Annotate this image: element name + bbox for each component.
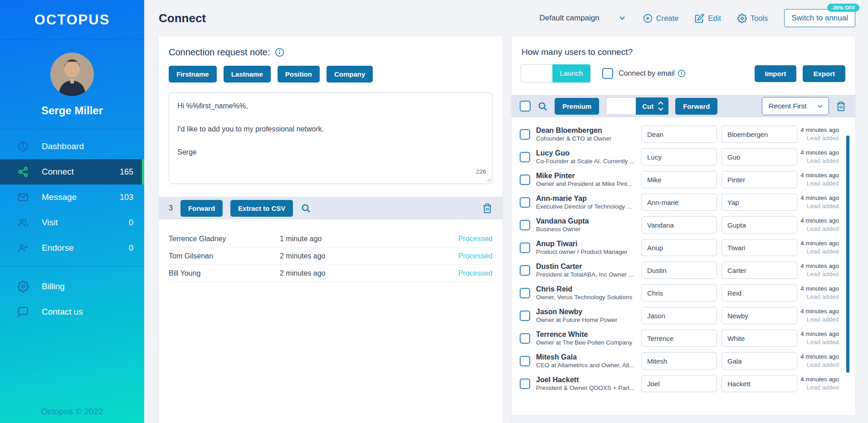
firstname-field[interactable] — [641, 171, 717, 188]
campaign-selector-value: Default campaign — [539, 14, 599, 23]
info-icon[interactable] — [678, 69, 686, 78]
stepper-chevrons-icon[interactable] — [658, 101, 664, 112]
user-checkbox[interactable] — [520, 175, 530, 185]
main-content: Connect Default campaign Create Edit Too… — [144, 0, 868, 423]
note-heading: Connection request note: — [169, 47, 270, 58]
connect-by-email-checkbox[interactable] — [602, 68, 613, 79]
note-textarea[interactable]: Hi %%first_name%%, I'd like to add you t… — [169, 92, 493, 184]
user-checkbox[interactable] — [520, 220, 530, 230]
user-checkbox[interactable] — [520, 356, 530, 366]
premium-button[interactable]: Premium — [555, 98, 599, 115]
token-position-button[interactable]: Position — [278, 66, 320, 83]
edit-label: Edit — [708, 14, 721, 23]
sidebar-item-endorse[interactable]: Endorse 0 — [0, 235, 144, 261]
sidebar-item-connect[interactable]: Connect 165 — [0, 159, 144, 185]
edit-button[interactable]: Edit — [695, 14, 721, 23]
user-status: Lead added — [800, 384, 839, 392]
create-label: Create — [656, 14, 679, 23]
campaign-selector[interactable]: Default campaign — [539, 14, 626, 23]
user-checkbox[interactable] — [520, 333, 530, 344]
lastname-field[interactable] — [722, 126, 797, 143]
user-name: Lucy Guo — [536, 149, 641, 157]
resize-handle-icon[interactable] — [486, 177, 491, 182]
select-all-checkbox[interactable] — [520, 101, 531, 112]
firstname-field[interactable] — [641, 216, 717, 233]
contact-name: Terrence Gladney — [169, 235, 280, 243]
switch-to-annual-button[interactable]: Switch to annual -35% OFF — [784, 9, 855, 27]
cut-button[interactable]: Cut — [636, 97, 668, 115]
user-title: CEO at Altametrics and Owner, Alt... — [536, 362, 641, 369]
lastname-field[interactable] — [722, 171, 797, 188]
trash-icon[interactable] — [482, 203, 493, 214]
token-lastname-button[interactable]: Lastname — [224, 66, 271, 83]
sidebar-item-message[interactable]: Message 103 — [0, 185, 144, 210]
lastname-field[interactable] — [722, 262, 797, 279]
user-title: Executive Director of Technology ... — [536, 203, 641, 210]
lastname-field[interactable] — [722, 375, 797, 392]
list-item: Anup TiwariProduct owner / Product Manag… — [520, 236, 839, 259]
firstname-field[interactable] — [641, 262, 717, 279]
firstname-field[interactable] — [641, 330, 717, 347]
user-profile: Serge Miller — [0, 40, 144, 129]
sidebar-item-label: Dashboard — [42, 141, 84, 151]
lastname-field[interactable] — [722, 239, 797, 256]
create-button[interactable]: Create — [643, 14, 679, 23]
firstname-field[interactable] — [641, 352, 717, 370]
table-row[interactable]: Terrence Gladney 1 minute ago Processed — [169, 230, 493, 248]
status-badge: Processed — [458, 235, 493, 243]
user-time: 4 minutes ago — [800, 262, 839, 270]
sidebar-item-visit[interactable]: Visit 0 — [0, 210, 144, 235]
sort-dropdown[interactable]: Recent First — [762, 97, 829, 115]
lastname-field[interactable] — [722, 307, 797, 324]
app-logo: OCTOPUS — [34, 12, 110, 28]
user-title: Business Owner — [536, 226, 641, 233]
sidebar-item-contact-us[interactable]: Contact us — [0, 299, 144, 325]
forward-button[interactable]: Forward — [180, 200, 223, 217]
firstname-field[interactable] — [641, 284, 717, 301]
table-row[interactable]: Bill Young 2 minutes ago Processed — [169, 265, 493, 282]
lastname-field[interactable] — [722, 194, 797, 211]
sidebar-item-dashboard[interactable]: Dashboard — [0, 134, 144, 159]
token-company-button[interactable]: Company — [327, 66, 373, 83]
import-button[interactable]: Import — [755, 65, 797, 82]
share-icon — [17, 166, 29, 178]
cut-count-input[interactable] — [606, 97, 636, 115]
firstname-field[interactable] — [641, 239, 717, 256]
lastname-field[interactable] — [722, 352, 797, 370]
user-checkbox[interactable] — [520, 197, 530, 208]
firstname-field[interactable] — [641, 375, 717, 392]
lastname-field[interactable] — [722, 148, 797, 165]
firstname-field[interactable] — [641, 307, 717, 324]
firstname-field[interactable] — [641, 148, 717, 165]
sidebar-item-billing[interactable]: Billing — [0, 274, 144, 299]
users-count-input[interactable] — [521, 64, 552, 83]
token-firstname-button[interactable]: Firstname — [169, 66, 217, 83]
user-checkbox[interactable] — [520, 129, 530, 140]
user-status: Lead added — [800, 293, 839, 301]
lastname-field[interactable] — [722, 284, 797, 301]
firstname-field[interactable] — [641, 194, 717, 211]
search-icon[interactable] — [537, 101, 548, 112]
extract-to-csv-button[interactable]: Extract to CSV — [230, 200, 293, 217]
search-icon[interactable] — [301, 203, 311, 214]
user-checkbox[interactable] — [520, 311, 530, 321]
plus-circle-icon — [643, 14, 653, 23]
user-checkbox[interactable] — [520, 288, 530, 298]
user-checkbox[interactable] — [520, 379, 530, 389]
user-name: Mike Pinter — [536, 172, 641, 180]
user-checkbox[interactable] — [520, 265, 530, 276]
lastname-field[interactable] — [722, 216, 797, 233]
info-icon[interactable] — [275, 48, 284, 57]
selected-count: 3 — [169, 204, 173, 212]
firstname-field[interactable] — [641, 126, 717, 143]
tools-button[interactable]: Tools — [737, 14, 768, 23]
export-button[interactable]: Export — [803, 65, 845, 82]
table-row[interactable]: Tom Gilsenan 2 minutes ago Processed — [169, 248, 493, 265]
user-checkbox[interactable] — [520, 152, 530, 162]
forward-button[interactable]: Forward — [675, 98, 717, 115]
scrollbar[interactable] — [846, 136, 849, 373]
launch-button[interactable]: Launch — [552, 64, 590, 83]
user-checkbox[interactable] — [520, 243, 530, 253]
trash-icon[interactable] — [836, 101, 846, 112]
lastname-field[interactable] — [722, 330, 797, 347]
